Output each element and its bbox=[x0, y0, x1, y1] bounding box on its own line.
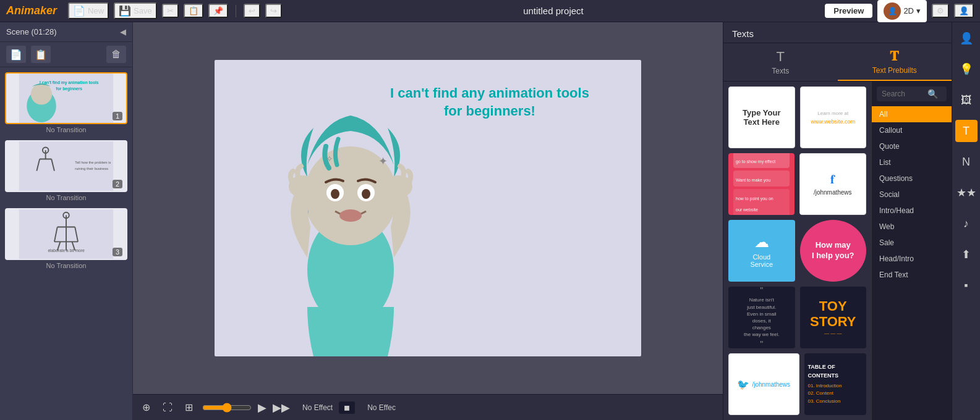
prebuilt-howmay[interactable]: How mayI help you? bbox=[800, 220, 867, 282]
image-icon[interactable]: 🖼 bbox=[955, 89, 978, 111]
fb-handle: /johnmathews bbox=[814, 189, 852, 196]
category-item-list[interactable]: List bbox=[872, 154, 952, 170]
category-item-quote[interactable]: Quote bbox=[872, 138, 952, 154]
new-doc-icon: 📄 bbox=[73, 5, 85, 17]
scene-transition-2[interactable]: No Transition bbox=[5, 192, 127, 203]
category-item-introh[interactable]: Intro/Head bbox=[872, 203, 952, 219]
speech-line3: how to point you onour website bbox=[736, 196, 773, 212]
prebuilt-cloud[interactable]: ☁ CloudService bbox=[728, 220, 795, 282]
add-scene-button[interactable]: 📄 bbox=[6, 46, 26, 63]
texts-tabs: T Texts 𝐓 Text Prebuilts bbox=[723, 43, 952, 82]
texts-tab-icon: T bbox=[777, 49, 785, 65]
project-title: untitled project bbox=[287, 6, 820, 16]
prebuilt-type-text[interactable]: Type YourText Here bbox=[728, 86, 795, 148]
play-all-button[interactable]: ▶▶ bbox=[273, 401, 290, 414]
right-icons-panel: 👤💡🖼TN★★♪⬆▪ bbox=[952, 22, 980, 420]
canvas[interactable]: I can't find any animation tools for beg… bbox=[215, 60, 641, 356]
category-item-questions[interactable]: Questions bbox=[872, 170, 952, 187]
scene-transition-3[interactable]: No Transition bbox=[5, 260, 127, 271]
prebuilt-toc[interactable]: TABLE OF CONTENTS 01. Introduction 02. C… bbox=[804, 353, 867, 415]
font-icon[interactable]: N bbox=[955, 151, 978, 173]
scene-transition-1[interactable]: No Transition bbox=[5, 124, 127, 135]
prebuilt-learn-more[interactable]: Learn more at www.website.com bbox=[800, 86, 867, 148]
scene-thumb-3[interactable]: elaborate a bit more 3 bbox=[5, 208, 127, 260]
category-item-all[interactable]: All bbox=[872, 106, 952, 122]
svg-point-4 bbox=[31, 83, 52, 104]
cut-icon: ✂ bbox=[167, 6, 174, 15]
prebuilts-tab-icon: 𝐓 bbox=[890, 48, 899, 64]
toystory-sub: — — — bbox=[824, 330, 842, 336]
redo-button[interactable]: ↪ bbox=[265, 4, 282, 18]
prebuilt-toystory[interactable]: TOYSTORY — — — bbox=[800, 287, 867, 348]
category-item-web[interactable]: Web bbox=[872, 219, 952, 235]
fullscreen-button[interactable]: ⛶ bbox=[160, 400, 176, 415]
scene-number-2: 2 bbox=[113, 180, 122, 188]
user-icon[interactable]: 👤 bbox=[955, 27, 978, 49]
fit-icon: ⊕ bbox=[142, 402, 150, 413]
cut-button[interactable]: ✂ bbox=[162, 4, 179, 18]
upload-icon[interactable]: ⬆ bbox=[955, 243, 978, 266]
save-label: Save bbox=[134, 6, 152, 15]
prebuilt-twitter[interactable]: 🐦 /johnmathews bbox=[728, 353, 799, 415]
prebuilt-facebook[interactable]: 𝐟 /johnmathews bbox=[799, 153, 867, 215]
scene-number-3: 3 bbox=[113, 248, 122, 256]
tab-prebuilts[interactable]: 𝐓 Text Prebuilts bbox=[838, 43, 952, 81]
new-label: New bbox=[88, 6, 104, 15]
new-button[interactable]: 📄 New bbox=[68, 2, 109, 19]
paste-button[interactable]: 📌 bbox=[208, 4, 228, 18]
toc-text: TABLE OF CONTENTS 01. Introduction 02. C… bbox=[804, 359, 867, 410]
preview-button[interactable]: Preview bbox=[825, 4, 872, 18]
cloud-label: CloudService bbox=[750, 253, 773, 268]
scene-list-item-2: Tell how the problem is ruining their bu… bbox=[0, 138, 132, 206]
category-item-sale[interactable]: Sale bbox=[872, 235, 952, 251]
scene-panel-toggle[interactable]: ◀ bbox=[120, 27, 126, 36]
prebuilt-row-2: go to show my effect Want to make you ho… bbox=[728, 153, 866, 215]
star-icon[interactable]: ★★ bbox=[955, 182, 978, 204]
play-icon: ▶ bbox=[258, 401, 266, 414]
undo-icon: ↩ bbox=[249, 6, 255, 15]
play-button[interactable]: ▶ bbox=[258, 401, 266, 414]
lightbulb-icon[interactable]: 💡 bbox=[955, 58, 978, 80]
copy-button[interactable]: 📋 bbox=[184, 4, 203, 18]
mode-selector[interactable]: 👤 2D ▾ bbox=[877, 0, 927, 22]
scene-thumb-1[interactable]: I can't find my animation tools for begi… bbox=[5, 72, 127, 124]
svg-point-30 bbox=[331, 189, 339, 199]
canvas-text-line2: for beginners! bbox=[444, 103, 535, 119]
dark-icon[interactable]: ▪ bbox=[955, 274, 978, 296]
scene-thumb-2[interactable]: Tell how the problem is ruining their bu… bbox=[5, 140, 127, 192]
delete-scene-button[interactable]: 🗑 bbox=[106, 46, 126, 63]
toolbar-separator bbox=[236, 5, 236, 17]
category-item-social[interactable]: Social bbox=[872, 187, 952, 203]
twitter-icon: 🐦 bbox=[737, 379, 749, 390]
texts-panel: Texts T Texts 𝐓 Text Prebuilts Type Your… bbox=[723, 22, 952, 420]
svg-text:✧: ✧ bbox=[326, 154, 333, 164]
text-icon[interactable]: T bbox=[955, 120, 978, 142]
settings-button[interactable]: ⚙ bbox=[932, 4, 949, 18]
category-item-headintro[interactable]: Head/Intro bbox=[872, 251, 952, 267]
howmay-label: How mayI help you? bbox=[812, 240, 854, 261]
scene-header: Scene (01:28) ◀ bbox=[0, 22, 132, 42]
account-icon: 👤 bbox=[959, 6, 969, 15]
category-list: AllCalloutQuoteListQuestionsSocialIntro/… bbox=[872, 106, 952, 420]
tab-texts[interactable]: T Texts bbox=[723, 43, 838, 81]
speech-line1: go to show my effect bbox=[736, 159, 775, 164]
category-search-input[interactable] bbox=[882, 90, 925, 98]
svg-text:I can't find my animation tool: I can't find my animation tools bbox=[40, 80, 99, 85]
save-button[interactable]: 💾 Save bbox=[114, 2, 157, 19]
undo-button[interactable]: ↩ bbox=[244, 4, 260, 18]
zoom-slider[interactable] bbox=[202, 403, 252, 413]
prebuilt-nature[interactable]: " Nature isn'tjust beautiful.Even in sma… bbox=[728, 287, 795, 348]
prebuilt-speech-pink[interactable]: go to show my effect Want to make you ho… bbox=[728, 153, 795, 215]
music-icon[interactable]: ♪ bbox=[955, 212, 978, 235]
save-icon: 💾 bbox=[119, 5, 131, 17]
learn-more-label1: Learn more at bbox=[817, 111, 848, 116]
svg-point-32 bbox=[339, 209, 362, 222]
duplicate-scene-button[interactable]: 📋 bbox=[31, 46, 51, 63]
category-item-endtext[interactable]: End Text bbox=[872, 267, 952, 283]
effect1-box[interactable]: ◼ bbox=[339, 401, 355, 414]
grid-button[interactable]: ⊞ bbox=[182, 400, 196, 415]
user-account-button[interactable]: 👤 bbox=[954, 4, 974, 18]
fit-screen-button[interactable]: ⊕ bbox=[139, 400, 153, 415]
category-item-callout[interactable]: Callout bbox=[872, 122, 952, 138]
category-panel: 🔍 AllCalloutQuoteListQuestionsSocialIntr… bbox=[871, 82, 952, 420]
